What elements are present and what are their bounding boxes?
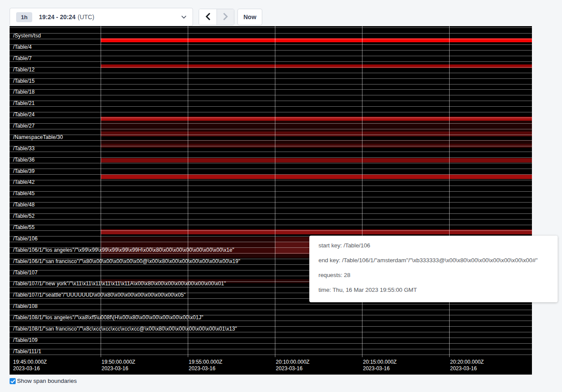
span-boundary-line [10, 355, 532, 355]
span-boundary-line [10, 321, 532, 321]
span-boundary-line [10, 230, 532, 231]
span-boundary-line [10, 225, 532, 225]
span-key-label: /Table/33 [13, 146, 35, 152]
x-tick-date: 2023-03-16 [102, 365, 135, 372]
span-boundary-line [10, 61, 532, 62]
span-key-label: /System/tsd [13, 33, 41, 39]
x-tick-time: 19:45:00.000Z [13, 359, 47, 365]
span-key-label: /NamespaceTable/30 [13, 135, 63, 140]
span-boundary-line [10, 95, 532, 95]
hot-span-cell[interactable] [101, 64, 532, 68]
x-tick-date: 2023-03-16 [450, 365, 484, 372]
span-boundary-line [10, 146, 532, 146]
span-boundary-line [10, 191, 532, 192]
span-key-label: /Table/4 [13, 44, 32, 50]
span-key-label: /Table/55 [13, 225, 35, 230]
span-boundary-line [10, 33, 532, 34]
span-boundary-line [10, 50, 532, 51]
span-boundary-line [10, 129, 532, 129]
span-boundary-line [10, 208, 532, 208]
time-nav-group [199, 9, 234, 25]
tooltip-end-key: end key: /Table/106/1/"amsterdam"/"\xb33… [318, 256, 548, 265]
time-gridline [362, 26, 362, 357]
time-gridline [449, 26, 450, 357]
timezone-label: (UTC) [78, 14, 94, 20]
span-boundary-line [10, 44, 532, 45]
time-range-label: 19:24 - 20:24 [39, 14, 75, 20]
x-tick-time: 20:15:00.000Z [363, 359, 396, 365]
span-boundary-line [10, 84, 532, 84]
x-axis-tick: 19:45:00.000Z2023-03-16 [13, 359, 47, 372]
span-boundary-line [10, 123, 532, 124]
span-boundary-line [10, 213, 532, 214]
time-gridline [188, 26, 188, 357]
time-preset-badge: 1h [16, 12, 32, 22]
span-key-label: /Table/15 [13, 78, 35, 84]
span-key-label: /Table/21 [13, 101, 35, 106]
tooltip-start-key: start key: /Table/106 [318, 241, 548, 250]
span-boundary-line [10, 338, 532, 338]
hot-span-cell[interactable] [101, 175, 532, 179]
span-key-label: /Table/7 [13, 56, 32, 61]
span-boundary-line [10, 219, 532, 220]
key-visualizer-page: 1h 19:24 - 20:24 (UTC) Now /System/tsd/T… [0, 0, 562, 392]
span-boundary-line [10, 78, 532, 79]
span-key-label: /Table/111/1 [13, 349, 41, 355]
next-time-button[interactable] [217, 9, 234, 25]
span-key-label: /Table/108/1/"san francisco"/"\x8c\xcc\x… [13, 326, 237, 332]
span-boundary-line [10, 349, 532, 349]
tooltip-requests: requests: 28 [318, 271, 548, 280]
span-key-label: /Table/106 [13, 236, 37, 242]
x-tick-date: 2023-03-16 [13, 365, 47, 372]
time-gridline [275, 26, 275, 357]
x-tick-date: 2023-03-16 [363, 365, 396, 372]
time-range-selector[interactable]: 1h 19:24 - 20:24 (UTC) [10, 8, 193, 26]
show-span-boundaries-control[interactable]: Show span boundaries [10, 378, 77, 384]
span-boundary-line [10, 106, 532, 107]
chevron-right-icon [223, 13, 228, 22]
x-tick-time: 20:10:00.000Z [276, 359, 309, 365]
span-boundary-line [10, 197, 532, 197]
span-boundary-line [10, 89, 532, 90]
span-boundary-line [10, 140, 532, 141]
time-gridline [101, 26, 101, 357]
span-key-label: /Table/48 [13, 202, 35, 208]
span-boundary-line [10, 202, 532, 203]
toolbar: 1h 19:24 - 20:24 (UTC) Now [0, 0, 562, 26]
span-boundary-line [10, 174, 532, 175]
span-boundary-line [10, 157, 532, 158]
span-boundary-line [10, 67, 532, 68]
span-boundary-line [10, 56, 532, 56]
span-key-label: /Table/108/1/"los angeles"/"\xa8\xf5\u00… [13, 315, 203, 321]
x-axis-tick: 20:20:00.000Z2023-03-16 [450, 359, 484, 372]
span-key-label: /Table/12 [13, 67, 35, 73]
span-boundary-line [10, 135, 532, 135]
span-boundary-line [10, 112, 532, 112]
span-boundary-line [10, 73, 532, 73]
span-key-label: /Table/106/1/"los angeles"/"\x99\x99\x99… [13, 247, 234, 253]
span-boundary-line [10, 180, 532, 180]
now-button[interactable]: Now [237, 9, 262, 25]
span-key-label: /Table/106/1/"san francisco"/"\x80\x00\x… [13, 259, 240, 264]
show-span-boundaries-checkbox[interactable] [10, 378, 16, 384]
span-boundary-line [10, 310, 532, 310]
span-key-label: /Table/18 [13, 89, 35, 95]
hot-span-cell[interactable] [101, 121, 532, 132]
span-key-label: /Table/108 [13, 304, 37, 309]
span-key-label: /Table/24 [13, 112, 35, 118]
span-key-label: /Table/36 [13, 157, 35, 163]
x-tick-time: 19:50:00.000Z [102, 359, 135, 365]
prev-time-button[interactable] [199, 9, 217, 25]
x-axis-tick: 20:10:00.000Z2023-03-16 [276, 359, 309, 372]
span-boundary-line [10, 343, 532, 344]
span-key-label: /Table/52 [13, 213, 35, 219]
span-key-label: /Table/27 [13, 123, 35, 129]
span-key-label: /Table/107/1/"seattle"/"UUUUUUD\x00\x80\… [13, 292, 186, 298]
span-tooltip: start key: /Table/106 end key: /Table/10… [309, 236, 558, 302]
hot-span-cell[interactable] [101, 158, 532, 162]
span-boundary-line [10, 118, 532, 118]
span-boundary-line [10, 152, 532, 152]
x-tick-time: 20:20:00.000Z [450, 359, 484, 365]
hot-span-cell[interactable] [101, 132, 532, 136]
key-visualizer-heatmap[interactable]: /System/tsd/Table/4/Table/7/Table/12/Tab… [10, 26, 532, 375]
